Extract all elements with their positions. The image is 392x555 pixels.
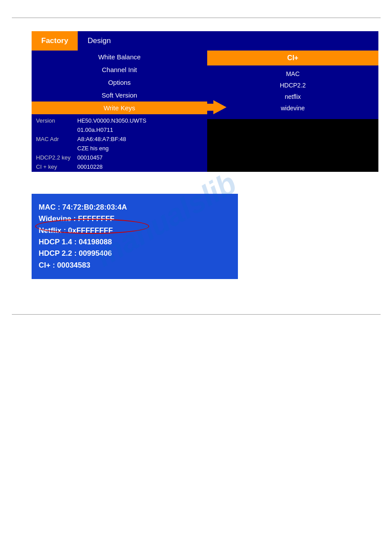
info-line-hdcp22: HDCP 2.2 : 00995406 <box>39 248 231 259</box>
info-line-ci-plus: CI+ : 00034583 <box>39 260 231 271</box>
menu-item-options[interactable]: Options <box>32 76 207 89</box>
data-row-version: Version HE50.V0000.N3050.UWTS <box>32 116 207 125</box>
tab-factory[interactable]: Factory <box>32 31 78 51</box>
right-item-widevine: widevine <box>207 102 378 114</box>
right-top: CI+ MAC HDCP2.2 netflix widevine <box>207 31 378 119</box>
value-ci-key: 00010228 <box>77 163 103 170</box>
info-line-widevine: Widevine : FFFFFFFF <box>39 213 231 225</box>
right-panel: CI+ MAC HDCP2.2 netflix widevine <box>207 31 378 172</box>
menu-item-channel-init[interactable]: Channel Init <box>32 63 207 76</box>
right-ci-plus: CI+ <box>207 51 378 65</box>
label-version: Version <box>36 117 76 124</box>
tab-bar: Factory Design <box>32 31 207 51</box>
info-screen: MAC : 74:72:B0:28:03:4A Widevine : FFFFF… <box>32 194 238 279</box>
menu-item-white-balance[interactable]: White Balance <box>32 51 207 63</box>
label-lang <box>36 145 76 152</box>
info-line-hdcp14: HDCP 1.4 : 04198088 <box>39 236 231 248</box>
data-row-version2: 01.00a.H0711 <box>32 125 207 134</box>
label-ci-key: CI + key <box>36 163 76 170</box>
data-row-ci-key: CI + key 00010228 <box>32 162 207 171</box>
tv-screen: Factory Design White Balance Channel Ini… <box>32 31 378 172</box>
value-mac-adr: A8:A6:48:A7:BF:48 <box>77 136 126 142</box>
data-row-mac-adr: MAC Adr A8:A6:48:A7:BF:48 <box>32 134 207 144</box>
label-version2 <box>36 127 76 133</box>
value-version: HE50.V0000.N3050.UWTS <box>77 117 147 124</box>
top-divider <box>12 18 381 18</box>
screenshot2: MAC : 74:72:B0:28:03:4A Widevine : FFFFF… <box>32 194 238 279</box>
right-item-mac: MAC <box>207 68 378 80</box>
arrow-icon <box>187 100 227 116</box>
menu-panel: Factory Design White Balance Channel Ini… <box>32 31 207 172</box>
value-version2: 01.00a.H0711 <box>77 127 113 133</box>
bottom-divider <box>12 314 381 315</box>
data-row-esn: ESN 00000700 <box>32 171 207 172</box>
menu-item-write-keys[interactable]: Write Keys <box>32 102 207 114</box>
value-hdcp22-key: 00010457 <box>77 154 103 161</box>
info-line-netflix: Netflix : 0xFFFFFFFF <box>39 225 231 236</box>
right-items: MAC HDCP2.2 netflix widevine <box>207 65 378 116</box>
svg-marker-0 <box>187 100 227 114</box>
right-item-netflix: netflix <box>207 91 378 102</box>
data-rows: Version HE50.V0000.N3050.UWTS 01.00a.H07… <box>32 114 207 172</box>
data-row-lang: CZE his eng <box>32 144 207 153</box>
right-item-hdcp22: HDCP2.2 <box>207 80 378 91</box>
label-hdcp22-key: HDCP2.2 key <box>36 154 76 161</box>
label-mac-adr: MAC Adr <box>36 136 76 142</box>
value-lang: CZE his eng <box>77 145 109 152</box>
data-row-hdcp22-key: HDCP2.2 key 00010457 <box>32 153 207 162</box>
menu-item-soft-version[interactable]: Soft Version <box>32 89 207 102</box>
screenshot1: Factory Design White Balance Channel Ini… <box>32 31 378 172</box>
page-container: manualslib Factory Design White Balance … <box>0 18 392 555</box>
tab-design[interactable]: Design <box>78 31 120 51</box>
info-line-mac: MAC : 74:72:B0:28:03:4A <box>39 202 231 213</box>
